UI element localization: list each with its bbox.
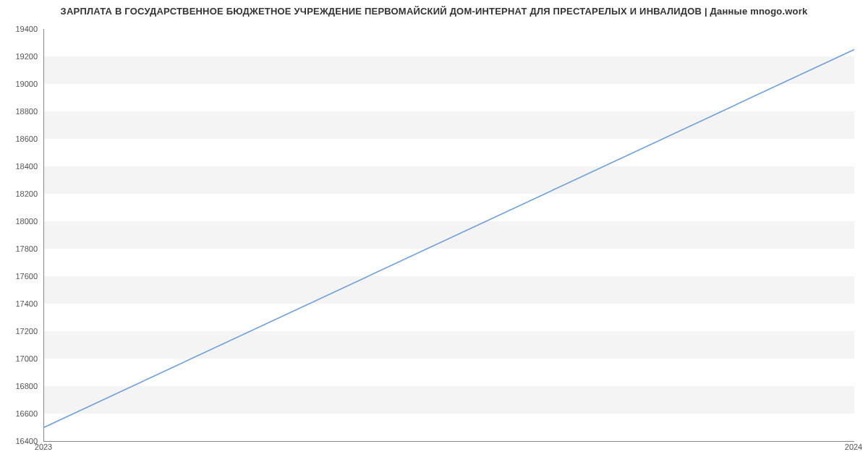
y-tick-label: 19400 [0, 25, 38, 33]
y-tick-label: 16400 [0, 437, 38, 445]
chart-title: ЗАРПЛАТА В ГОСУДАРСТВЕННОЕ БЮДЖЕТНОЕ УЧР… [0, 6, 868, 17]
chart-container: ЗАРПЛАТА В ГОСУДАРСТВЕННОЕ БЮДЖЕТНОЕ УЧР… [0, 0, 868, 470]
x-tick-label: 2023 [35, 443, 52, 451]
y-tick-label: 17400 [0, 299, 38, 308]
y-tick-label: 18600 [0, 134, 38, 143]
y-tick-label: 16600 [0, 409, 38, 418]
y-tick-label: 17800 [0, 244, 38, 253]
y-tick-label: 16800 [0, 382, 38, 390]
y-tick-label: 19000 [0, 80, 38, 88]
line-layer [44, 29, 854, 441]
y-tick-label: 17200 [0, 327, 38, 336]
data-line [44, 50, 854, 428]
y-tick-label: 18000 [0, 217, 38, 226]
y-tick-label: 18200 [0, 189, 38, 198]
y-tick-label: 18800 [0, 107, 38, 116]
y-tick-label: 19200 [0, 52, 38, 61]
y-tick-label: 17000 [0, 354, 38, 363]
y-tick-label: 18400 [0, 162, 38, 171]
x-tick-label: 2024 [845, 443, 862, 451]
y-tick-label: 17600 [0, 272, 38, 281]
plot-area [43, 29, 854, 442]
